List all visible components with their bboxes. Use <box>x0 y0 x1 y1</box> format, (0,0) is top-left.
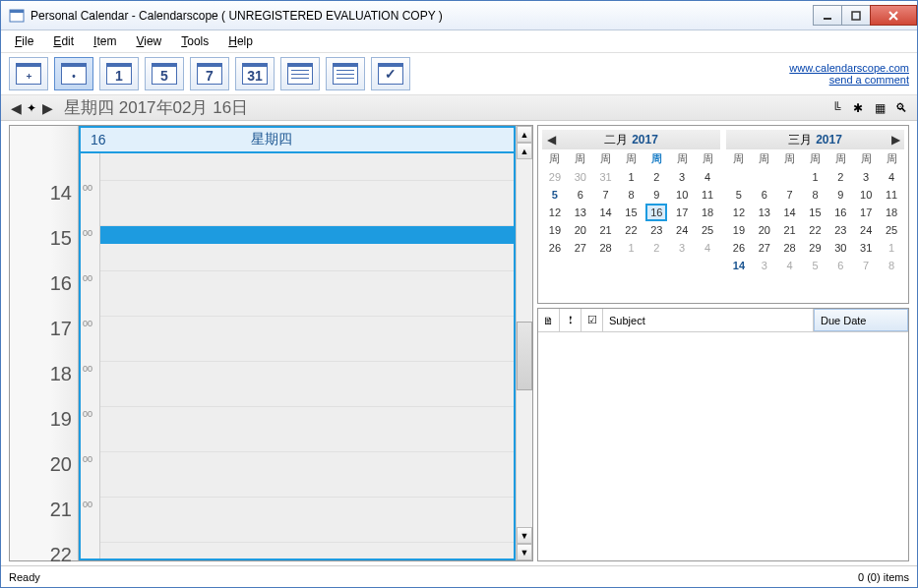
day-scrollbar[interactable]: ▲ ▲ ▼ ▼ <box>516 126 532 560</box>
hour-label: 19 <box>10 407 78 452</box>
year-label: 2017 <box>632 133 658 147</box>
mini-calendars: ◀ 二月 2017 周周周周周周周 2930311234 567891011 1… <box>537 125 909 304</box>
day-number: 16 <box>91 132 106 147</box>
scroll-thumb[interactable] <box>517 322 532 390</box>
hour-label: 14 <box>10 181 78 226</box>
task-type-icon[interactable]: 🗎︎ <box>538 309 560 331</box>
year-label: 2017 <box>816 133 842 147</box>
task-duedate-header[interactable]: Due Date <box>814 309 908 331</box>
minute-column: 00 00 00 00 00 00 00 00 <box>81 153 100 559</box>
day-header[interactable]: 16 星期四 <box>79 126 516 153</box>
day7-view-button[interactable]: 7 <box>190 57 229 90</box>
menu-help[interactable]: Help <box>220 32 261 50</box>
statusbar: Ready 0 (0) items <box>1 565 917 587</box>
hour-label: 20 <box>10 452 78 498</box>
svg-rect-1 <box>10 10 24 13</box>
task-subject-header[interactable]: Subject <box>603 309 814 331</box>
current-time-slot[interactable] <box>100 226 514 244</box>
day5-view-button[interactable]: 5 <box>145 57 184 90</box>
time-slots[interactable] <box>100 153 514 559</box>
panel-icon[interactable]: ▦ <box>872 100 887 116</box>
mini-month-mar: 三月 2017 ▶ 周周周周周周周 1234 567891011 1213141… <box>726 130 904 299</box>
close-button[interactable] <box>870 5 917 26</box>
next-day-button[interactable]: ▶ <box>40 100 54 116</box>
menu-tools[interactable]: Tools <box>173 32 216 50</box>
day-view-pane: 14 15 16 17 18 19 20 21 22 16 星期四 <box>9 125 533 561</box>
item-count: 0 (0) items <box>858 571 909 583</box>
day1-view-button[interactable]: 1 <box>99 57 139 90</box>
app-window: Personal Calendar - Calendarscope ( UNRE… <box>0 0 918 588</box>
month-view-button[interactable]: 31 <box>235 57 275 90</box>
list-view-button[interactable] <box>326 57 365 90</box>
next-month-button[interactable]: ▶ <box>888 133 902 147</box>
settings-icon[interactable]: ✱ <box>850 100 866 116</box>
task-priority-icon[interactable]: ❗︎ <box>560 309 581 331</box>
window-title: Personal Calendar - Calendarscope ( UNRE… <box>31 9 814 23</box>
goto-today-button[interactable]: ✦ <box>23 99 40 117</box>
prev-day-button[interactable]: ◀ <box>9 100 23 116</box>
scroll-up-button[interactable]: ▲ <box>517 126 532 143</box>
tasks-view-button[interactable] <box>371 57 410 90</box>
mini-month-feb: ◀ 二月 2017 周周周周周周周 2930311234 567891011 1… <box>542 130 720 299</box>
menu-edit[interactable]: Edit <box>45 32 82 50</box>
menu-item[interactable]: Item <box>86 32 124 50</box>
current-date-label: 星期四 2017年02月 16日 <box>64 96 248 119</box>
hour-label: 22 <box>10 543 78 565</box>
grid-view-button[interactable] <box>280 57 320 90</box>
minimize-button[interactable] <box>813 5 842 26</box>
svg-rect-3 <box>852 12 860 20</box>
status-text: Ready <box>9 571 40 583</box>
site-link[interactable]: www.calendarscope.com <box>789 62 909 74</box>
month-label: 三月 <box>788 132 812 148</box>
task-complete-icon[interactable]: ☑︎ <box>581 309 603 331</box>
content-area: 14 15 16 17 18 19 20 21 22 16 星期四 <box>1 121 917 565</box>
prev-month-button[interactable]: ◀ <box>544 133 558 147</box>
new-event-button[interactable]: ＋ <box>9 57 48 90</box>
hour-column: 14 15 16 17 18 19 20 21 22 <box>10 126 79 560</box>
today-cell[interactable]: 16 <box>643 204 669 221</box>
task-pane: 🗎︎ ❗︎ ☑︎ Subject Due Date <box>537 308 909 561</box>
maximize-button[interactable] <box>841 5 871 26</box>
scroll-up-button[interactable]: ▲ <box>517 143 532 159</box>
day-name: 星期四 <box>251 131 292 148</box>
hour-label: 21 <box>10 498 78 543</box>
today-view-button[interactable]: • <box>54 57 93 90</box>
month-label: 二月 <box>604 132 628 148</box>
hour-label: 18 <box>10 362 78 407</box>
task-header: 🗎︎ ❗︎ ☑︎ Subject Due Date <box>538 309 908 332</box>
navbar: ◀ ✦ ▶ 星期四 2017年02月 16日 ╚ ✱ ▦ 🔍︎ <box>1 95 917 121</box>
hour-label: 17 <box>10 317 78 362</box>
menu-file[interactable]: File <box>7 32 41 50</box>
hour-label: 16 <box>10 271 78 317</box>
titlebar: Personal Calendar - Calendarscope ( UNRE… <box>1 1 917 30</box>
comment-link[interactable]: send a comment <box>789 74 909 86</box>
app-icon <box>9 8 25 24</box>
layout-icon[interactable]: ╚ <box>828 100 844 116</box>
find-icon[interactable]: 🔍︎ <box>893 100 909 116</box>
hour-label: 15 <box>10 226 78 271</box>
scroll-down-button[interactable]: ▼ <box>517 544 532 560</box>
toolbar: ＋ • 1 5 7 31 www.calendarscope.com send … <box>1 52 917 95</box>
scroll-down-button[interactable]: ▼ <box>517 527 532 544</box>
menu-view[interactable]: View <box>128 32 169 50</box>
menubar: File Edit Item View Tools Help <box>1 30 917 52</box>
